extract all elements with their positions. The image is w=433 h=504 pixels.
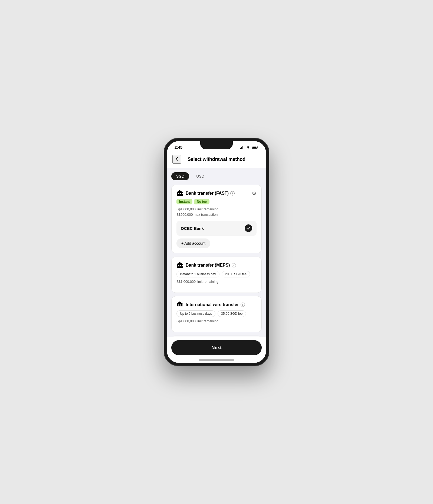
device-screen: 2:45 [167, 141, 266, 363]
svg-marker-28 [177, 301, 183, 304]
card-fast: Bank transfer (FAST) i ⚙ Instant No fee … [171, 185, 262, 253]
svg-rect-18 [177, 265, 178, 266]
card-fast-header-left: Bank transfer (FAST) i [176, 190, 235, 197]
wire-pill-speed: Up to 5 business days [176, 310, 215, 317]
tab-sgd[interactable]: SGD [171, 172, 189, 180]
svg-rect-17 [177, 267, 183, 268]
svg-rect-22 [177, 304, 183, 304]
svg-rect-25 [177, 304, 178, 306]
svg-rect-9 [177, 194, 183, 195]
fast-limit-2: S$200,000 max transaction [176, 212, 257, 217]
svg-rect-20 [181, 265, 182, 266]
card-meps-header-left: Bank transfer (MEPS) i [176, 262, 236, 269]
card-fast-title: Bank transfer (FAST) i [186, 191, 235, 196]
svg-rect-0 [240, 148, 241, 149]
partial-card[interactable]: Withdraw to digital bank account... [171, 336, 262, 337]
svg-rect-19 [179, 265, 180, 266]
svg-rect-12 [179, 193, 180, 194]
home-indicator [199, 359, 234, 361]
signal-icon [240, 146, 244, 149]
info-icon-wire[interactable]: i [241, 303, 245, 307]
notch [200, 141, 233, 149]
wire-pill-fee: 35.00 SGD fee [218, 310, 246, 317]
info-icon-meps[interactable]: i [232, 263, 236, 267]
back-button[interactable] [172, 155, 181, 164]
info-icon-fast[interactable]: i [230, 191, 235, 195]
svg-rect-26 [179, 304, 180, 306]
meps-limit: S$1,000,000 limit remaining [176, 279, 257, 284]
svg-rect-3 [244, 146, 245, 149]
card-wire-title: International wire transfer i [186, 302, 245, 307]
svg-rect-1 [241, 147, 242, 149]
wifi-icon [246, 146, 250, 149]
svg-point-4 [248, 148, 248, 148]
svg-marker-14 [177, 190, 183, 192]
card-fast-header: Bank transfer (FAST) i ⚙ [176, 190, 257, 197]
next-button[interactable]: Next [171, 340, 262, 355]
svg-rect-7 [252, 147, 257, 148]
add-account-button[interactable]: + Add account [176, 238, 210, 248]
battery-icon [252, 146, 258, 149]
svg-rect-2 [242, 146, 243, 149]
bank-icon-wire [176, 301, 183, 308]
fast-badges: Instant No fee [176, 199, 257, 204]
wire-pills: Up to 5 business days 35.00 SGD fee [176, 310, 257, 317]
check-circle-ocbc [245, 224, 252, 232]
fast-limit-1: S$1,000,000 limit remaining [176, 207, 257, 212]
svg-rect-24 [177, 307, 183, 307]
card-meps-header: Bank transfer (MEPS) i [176, 262, 257, 269]
currency-tabs: SGD USD [171, 172, 262, 180]
gear-icon-fast[interactable]: ⚙ [252, 190, 257, 197]
bottom-bar: Next [167, 337, 266, 363]
badge-no-fee: No fee [194, 199, 209, 204]
bank-icon-fast [176, 190, 183, 197]
scroll-content: SGD USD [167, 168, 266, 337]
svg-rect-11 [177, 193, 178, 194]
badge-instant: Instant [176, 199, 192, 204]
svg-rect-27 [181, 304, 182, 306]
card-wire-header-left: International wire transfer i [176, 301, 245, 308]
wire-meta: S$1,000,000 limit remaining [176, 319, 257, 324]
bank-icon-meps [176, 262, 183, 269]
ocbc-bank-name: OCBC Bank [181, 226, 204, 231]
svg-marker-21 [177, 262, 183, 264]
device: 2:45 [164, 138, 269, 366]
svg-rect-8 [177, 192, 183, 193]
svg-rect-16 [177, 266, 183, 267]
card-meps[interactable]: Bank transfer (MEPS) i Instant to 1 busi… [171, 257, 262, 293]
status-time: 2:45 [175, 145, 182, 150]
svg-rect-23 [177, 306, 183, 306]
svg-rect-6 [258, 147, 258, 148]
meps-pill-fee: 20.00 SGD fee [222, 271, 250, 277]
svg-rect-15 [177, 264, 183, 265]
meps-pills: Instant to 1 business day 20.00 SGD fee [176, 271, 257, 277]
card-wire-header: International wire transfer i [176, 301, 257, 308]
status-icons [240, 146, 258, 149]
card-meps-title: Bank transfer (MEPS) i [186, 263, 236, 268]
fast-meta: S$1,000,000 limit remaining S$200,000 ma… [176, 207, 257, 217]
page-title: Select withdrawal method [181, 157, 252, 162]
ocbc-bank-item[interactable]: OCBC Bank [176, 221, 257, 236]
card-wire[interactable]: International wire transfer i Up to 5 bu… [171, 296, 262, 332]
svg-rect-13 [181, 193, 182, 194]
header: Select withdrawal method [167, 152, 266, 168]
tab-usd[interactable]: USD [191, 172, 209, 180]
wire-limit: S$1,000,000 limit remaining [176, 319, 257, 324]
meps-pill-speed: Instant to 1 business day [176, 271, 219, 277]
svg-rect-10 [177, 195, 183, 196]
meps-meta: S$1,000,000 limit remaining [176, 279, 257, 284]
